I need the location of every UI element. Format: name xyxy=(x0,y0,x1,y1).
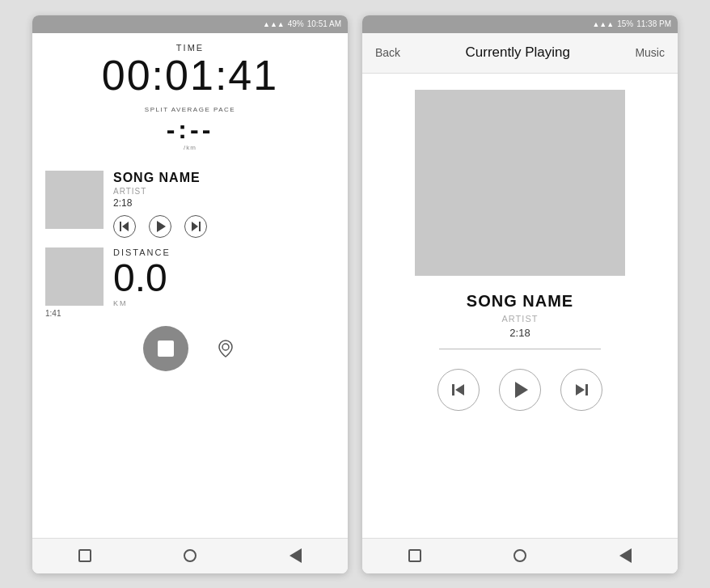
svg-marker-2 xyxy=(192,222,198,231)
time-right: 11:38 PM xyxy=(636,19,671,28)
back-button-left[interactable] xyxy=(181,547,199,565)
time-label: TIME xyxy=(176,43,204,53)
distance-section: 1:41 DISTANCE 0.0 KM xyxy=(45,247,335,318)
nav-bar-left xyxy=(32,538,348,573)
left-main-content: TIME 00:01:41 SPLIT AVERAGE PACE -:-- /k… xyxy=(32,33,348,538)
pace-section: SPLIT AVERAGE PACE -:-- /km xyxy=(145,106,235,151)
music-button-right[interactable]: Music xyxy=(635,46,665,59)
svg-marker-1 xyxy=(122,222,129,231)
play-button-right[interactable] xyxy=(499,369,541,411)
square-icon-left xyxy=(78,549,91,562)
next-icon-right xyxy=(574,383,589,397)
left-phone: ▲▲▲ 49% 10:51 AM TIME 00:01:41 SPLIT AVE… xyxy=(32,15,348,573)
right-phone: ▲▲▲ 15% 11:38 PM Back Currently Playing … xyxy=(362,15,678,573)
distance-info: DISTANCE 0.0 KM xyxy=(113,247,335,307)
battery-left: 49% xyxy=(288,19,304,28)
svg-rect-3 xyxy=(199,222,201,231)
stop-icon xyxy=(158,341,174,357)
signal-icon-left: ▲▲▲ xyxy=(263,20,285,28)
distance-label: DISTANCE xyxy=(113,247,335,257)
next-icon-left xyxy=(191,222,201,231)
distance-unit: KM xyxy=(113,299,335,307)
play-icon-right xyxy=(515,382,528,398)
prev-button-left[interactable] xyxy=(113,215,136,238)
triangle-icon-right xyxy=(619,548,632,563)
pace-unit: /km xyxy=(145,144,235,151)
svg-point-4 xyxy=(222,344,229,350)
album-art-left-2 xyxy=(45,247,104,306)
bottom-controls-left xyxy=(45,326,335,371)
square-icon-right xyxy=(408,549,421,562)
prev-icon-right xyxy=(451,383,466,397)
battery-right: 15% xyxy=(617,19,633,28)
header-title-right: Currently Playing xyxy=(466,44,570,61)
time-elapsed: 1:41 xyxy=(45,309,61,318)
next-button-left[interactable] xyxy=(184,215,207,238)
duration-left: 2:18 xyxy=(113,197,335,209)
prev-icon-left xyxy=(120,222,129,231)
prev-button-right[interactable] xyxy=(437,369,480,411)
svg-marker-7 xyxy=(576,384,585,396)
svg-rect-0 xyxy=(120,222,121,231)
location-button[interactable] xyxy=(214,337,237,360)
home-button-left[interactable] xyxy=(76,547,94,565)
artist-right: ARTIST xyxy=(502,314,539,324)
location-icon xyxy=(216,339,235,358)
play-button-left[interactable] xyxy=(149,215,171,238)
back-button-right-nav[interactable] xyxy=(511,547,529,565)
music-widget-left: SONG NAME ARTIST 2:18 xyxy=(45,164,335,244)
recents-button-left[interactable] xyxy=(286,547,304,565)
music-info-left: SONG NAME ARTIST 2:18 xyxy=(113,171,335,238)
pace-label: SPLIT AVERAGE PACE xyxy=(145,106,235,113)
music-controls-left xyxy=(113,215,335,238)
triangle-icon-left xyxy=(289,548,302,563)
right-main-content: SONG NAME ARTIST 2:18 xyxy=(362,74,678,538)
duration-right: 2:18 xyxy=(509,327,530,339)
music-controls-right xyxy=(437,369,602,411)
status-bar-right: ▲▲▲ 15% 11:38 PM xyxy=(362,15,678,33)
circle-icon-right xyxy=(513,549,526,562)
distance-value: 0.0 xyxy=(113,259,335,298)
pace-display: -:-- xyxy=(145,116,235,142)
next-button-right[interactable] xyxy=(560,369,602,411)
time-left: 10:51 AM xyxy=(307,19,341,28)
back-button-right[interactable]: Back xyxy=(375,46,400,59)
time-display: 00:01:41 xyxy=(102,54,278,96)
album-art-right xyxy=(415,90,625,276)
song-name-left: SONG NAME xyxy=(113,171,335,185)
song-name-right: SONG NAME xyxy=(467,292,573,311)
progress-bar-right[interactable] xyxy=(439,349,601,349)
recents-button-right[interactable] xyxy=(616,547,634,565)
play-icon-left xyxy=(157,221,166,232)
stop-button[interactable] xyxy=(143,326,188,371)
signal-icon-right: ▲▲▲ xyxy=(592,20,614,28)
svg-rect-8 xyxy=(585,384,588,396)
artist-left: ARTIST xyxy=(113,187,335,196)
circle-icon-left xyxy=(184,549,197,562)
album-art-left xyxy=(45,171,104,229)
home-button-right[interactable] xyxy=(406,547,424,565)
nav-bar-right xyxy=(362,538,678,573)
app-header-right: Back Currently Playing Music xyxy=(362,33,678,74)
svg-rect-5 xyxy=(452,384,454,396)
svg-marker-6 xyxy=(455,384,464,396)
status-bar-left: ▲▲▲ 49% 10:51 AM xyxy=(32,15,348,33)
